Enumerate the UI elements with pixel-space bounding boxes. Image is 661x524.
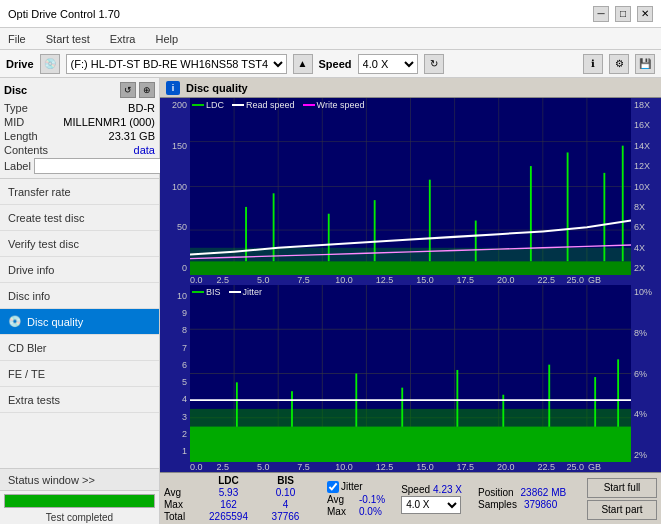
menu-file[interactable]: File xyxy=(4,31,30,47)
menu-extra[interactable]: Extra xyxy=(106,31,140,47)
svg-rect-22 xyxy=(603,173,605,262)
position-label: Position xyxy=(478,487,514,498)
disc-label-input[interactable] xyxy=(34,158,163,174)
settings-button[interactable]: ⚙ xyxy=(609,54,629,74)
disc-quality-label: Disc quality xyxy=(27,316,83,328)
sidebar-item-fe-te[interactable]: FE / TE xyxy=(0,361,159,387)
start-part-button[interactable]: Start part xyxy=(587,500,657,520)
stats-header-row: LDC BIS xyxy=(164,475,313,486)
jitter-max-label: Max xyxy=(327,506,357,517)
content-area: i Disc quality 200 150 100 50 0 L xyxy=(160,78,661,524)
status-text: Test completed xyxy=(0,511,159,524)
disc-section: Disc ↺ ⊕ Type BD-R MID MILLENMR1 (000) L… xyxy=(0,78,159,179)
jitter-avg-val: -0.1% xyxy=(359,494,385,505)
max-ldc: 162 xyxy=(201,499,256,510)
total-label: Total xyxy=(164,511,199,522)
info-button[interactable]: ℹ xyxy=(583,54,603,74)
jitter-label: Jitter xyxy=(341,481,363,492)
maximize-button[interactable]: □ xyxy=(615,6,631,22)
extra-tests-label: Extra tests xyxy=(8,394,60,406)
disc-quality-header-icon: i xyxy=(166,81,180,95)
svg-rect-14 xyxy=(245,207,247,261)
progress-bar-container xyxy=(4,494,155,508)
avg-bis: 0.10 xyxy=(258,487,313,498)
speed-row: Speed 4.23 X xyxy=(401,484,462,495)
jitter-avg-label: Avg xyxy=(327,494,357,505)
jitter-check-row: Jitter xyxy=(327,481,385,493)
disc-contents-value: data xyxy=(134,144,155,156)
minimize-button[interactable]: ─ xyxy=(593,6,609,22)
position-value: 23862 MB xyxy=(521,487,567,498)
save-button[interactable]: 💾 xyxy=(635,54,655,74)
menu-bar: File Start test Extra Help xyxy=(0,28,661,50)
menu-help[interactable]: Help xyxy=(151,31,182,47)
sidebar-item-drive-info[interactable]: Drive info xyxy=(0,257,159,283)
stats-max-row: Max 162 4 xyxy=(164,499,313,510)
samples-value: 379860 xyxy=(524,499,557,510)
chart2-x-labels: 0.0 2.5 5.0 7.5 10.0 12.5 15.0 17.5 20.0… xyxy=(160,462,661,472)
sidebar-item-transfer-rate[interactable]: Transfer rate xyxy=(0,179,159,205)
legend-jitter: Jitter xyxy=(229,287,263,297)
sidebar-item-create-test-disc[interactable]: Create test disc xyxy=(0,205,159,231)
jitter-checkbox[interactable] xyxy=(327,481,339,493)
disc-info-label: Disc info xyxy=(8,290,50,302)
sidebar-item-cd-bler[interactable]: CD Bler xyxy=(0,335,159,361)
svg-rect-48 xyxy=(190,427,631,462)
start-full-button[interactable]: Start full xyxy=(587,478,657,498)
chart2-legend: BIS Jitter xyxy=(192,287,262,297)
sidebar-item-disc-info[interactable]: Disc info xyxy=(0,283,159,309)
chart1-svg xyxy=(190,98,631,275)
chart2-svg xyxy=(190,285,631,462)
disc-header: Disc ↺ ⊕ xyxy=(4,82,155,98)
speed-label-stat: Speed xyxy=(401,484,430,495)
position-info: Position 23862 MB Samples 379860 xyxy=(478,487,566,510)
chart1-y-labels-right: 18X 16X 14X 12X 10X 8X 6X 4X 2X xyxy=(631,98,661,275)
speed-select-stat[interactable]: 4.0 X xyxy=(401,496,461,514)
speed-select[interactable]: 4.0 X xyxy=(358,54,418,74)
disc-title: Disc xyxy=(4,84,27,96)
refresh-button[interactable]: ↻ xyxy=(424,54,444,74)
disc-icon1[interactable]: ↺ xyxy=(120,82,136,98)
svg-rect-20 xyxy=(530,166,532,261)
disc-length-value: 23.31 GB xyxy=(109,130,155,142)
sidebar-item-extra-tests[interactable]: Extra tests xyxy=(0,387,159,413)
menu-start-test[interactable]: Start test xyxy=(42,31,94,47)
drive-bar: Drive 💿 (F:) HL-DT-ST BD-RE WH16NS58 TST… xyxy=(0,50,661,78)
jitter-max-row: Max 0.0% xyxy=(327,506,385,517)
disc-contents-row: Contents data xyxy=(4,144,155,156)
ldc-header: LDC xyxy=(201,475,256,486)
verify-test-disc-label: Verify test disc xyxy=(8,238,79,250)
sidebar-item-disc-quality[interactable]: 💿 Disc quality xyxy=(0,309,159,335)
svg-rect-19 xyxy=(475,221,477,262)
speed-label: Speed xyxy=(319,58,352,70)
charts-container: 200 150 100 50 0 LDC Read speed xyxy=(160,98,661,472)
create-test-disc-label: Create test disc xyxy=(8,212,84,224)
close-button[interactable]: ✕ xyxy=(637,6,653,22)
avg-label: Avg xyxy=(164,487,199,498)
status-section: Status window >> Test completed xyxy=(0,468,159,524)
disc-quality-title: Disc quality xyxy=(186,82,248,94)
disc-mid-label: MID xyxy=(4,116,24,128)
chart1-y-labels: 200 150 100 50 0 xyxy=(160,98,190,275)
position-row: Position 23862 MB xyxy=(478,487,566,498)
eject-button[interactable]: ▲ xyxy=(293,54,313,74)
chart1-x-labels: 0.0 2.5 5.0 7.5 10.0 12.5 15.0 17.5 20.0… xyxy=(160,275,661,285)
jitter-max-val: 0.0% xyxy=(359,506,382,517)
svg-rect-15 xyxy=(273,193,275,261)
legend-write-speed: Write speed xyxy=(303,100,365,110)
disc-label-row: Label ✎ xyxy=(4,158,155,174)
jitter-section: Jitter Avg -0.1% Max 0.0% xyxy=(327,481,385,517)
total-ldc: 2265594 xyxy=(201,511,256,522)
stats-row: LDC BIS Avg 5.93 0.10 Max 162 4 Total xyxy=(160,473,661,524)
stats-avg-row: Avg 5.93 0.10 xyxy=(164,487,313,498)
sidebar-item-verify-test-disc[interactable]: Verify test disc xyxy=(0,231,159,257)
disc-icon2[interactable]: ⊕ xyxy=(139,82,155,98)
samples-label: Samples xyxy=(478,499,517,510)
drive-select[interactable]: (F:) HL-DT-ST BD-RE WH16NS58 TST4 xyxy=(66,54,287,74)
svg-rect-24 xyxy=(190,261,631,275)
progress-bar xyxy=(5,495,154,507)
cd-bler-label: CD Bler xyxy=(8,342,47,354)
disc-quality-icon: 💿 xyxy=(8,315,22,328)
drive-icon[interactable]: 💿 xyxy=(40,54,60,74)
status-window-button[interactable]: Status window >> xyxy=(0,469,159,491)
